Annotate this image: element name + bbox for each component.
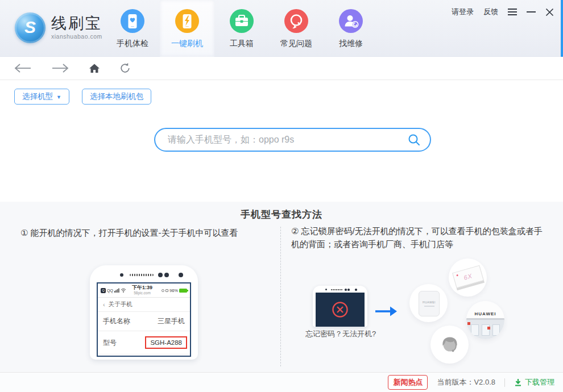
- search-input[interactable]: [155, 135, 408, 145]
- row-label: 手机名称: [103, 316, 130, 326]
- home-icon[interactable]: [89, 63, 100, 73]
- toolbox-icon: [229, 9, 254, 34]
- nav-item-faq[interactable]: 常见问题: [269, 0, 324, 57]
- about-phone-header: ‹ 关于手机: [98, 298, 190, 312]
- logo-orb-icon: S: [15, 12, 45, 43]
- model-search: [154, 128, 431, 152]
- repair-icon: [338, 9, 363, 34]
- select-local-package-label: 选择本地刷机包: [90, 91, 144, 102]
- locked-phone-illustration: [313, 286, 367, 327]
- shield-icon: [165, 289, 168, 292]
- speaker-grille: [331, 289, 342, 290]
- nav-item-one-key-flash[interactable]: 一键刷机: [160, 0, 214, 57]
- camera-dot: [325, 289, 327, 290]
- phone-box-illustration: 6X: [452, 265, 484, 289]
- qq-icon: Q: [101, 288, 106, 293]
- nav-item-phone-health[interactable]: 手机体检: [105, 0, 160, 57]
- guide-step-2: ② 忘记锁屏密码/无法开机的情况下，可以查看手机的包装盒或者手机的背面；或者咨询…: [291, 224, 546, 251]
- about-phone-illustration: Q QQ 下午1:39 58pic.com: [90, 265, 198, 360]
- download-manager-label: 下载管理: [525, 377, 554, 387]
- minimize-icon[interactable]: [527, 7, 536, 16]
- signal-icon: [114, 288, 119, 293]
- camera-dot: [179, 273, 183, 277]
- version-label: 当前版本：V2.0.8: [437, 377, 495, 387]
- store-logo-dot: [467, 322, 470, 325]
- store-sign: HUAWEI: [466, 301, 504, 318]
- search-icon[interactable]: [408, 134, 420, 146]
- refresh-icon[interactable]: [119, 62, 131, 74]
- faq-icon: [284, 9, 309, 34]
- about-phone-title: 关于手机: [109, 301, 133, 308]
- model-actions: 选择机型 ▼ 选择本地刷机包: [14, 89, 151, 105]
- news-hotspot-button[interactable]: 新闻热点: [388, 375, 428, 390]
- row-label: 型号: [103, 338, 117, 348]
- speaker-grille: [130, 274, 154, 276]
- guide-title: 手机型号查找方法: [0, 208, 563, 221]
- select-model-label: 选择机型: [22, 91, 53, 102]
- phone-back-brand: HUAWEI: [423, 301, 436, 304]
- select-local-package-button[interactable]: 选择本地刷机包: [82, 89, 152, 105]
- nav-label: 手机体检: [117, 39, 148, 49]
- phone-time: 下午1:39: [130, 285, 154, 291]
- phone-site: 58pic.com: [130, 291, 154, 295]
- box-logo-dot: [456, 274, 458, 277]
- browser-toolbar: [0, 57, 563, 80]
- sensor-dot: [158, 273, 163, 277]
- sensor-dot: [347, 289, 350, 291]
- locked-phone-caption: 忘记密码？无法开机?: [300, 329, 381, 339]
- store-circle: HUAWEI: [466, 301, 504, 339]
- phone-back-line: [424, 306, 434, 307]
- phone-name-row: 手机名称 三星手机: [98, 312, 190, 331]
- row-value: 三星手机: [158, 316, 185, 326]
- phone-flash-icon: [175, 9, 200, 34]
- caret-down-icon: ▼: [56, 94, 61, 100]
- customer-service-circle: [430, 326, 469, 364]
- bottom-statusbar: 新闻热点 当前版本：V2.0.8 下载管理: [0, 372, 563, 392]
- download-manager-button[interactable]: 下载管理: [514, 377, 554, 387]
- phone-statusbar: Q QQ 下午1:39 58pic.com: [98, 283, 190, 298]
- guide-section: 手机型号查找方法 ① 能开机的情况下，打开手机的设置-关于手机中可以查看 ② 忘…: [0, 202, 563, 372]
- menu-icon[interactable]: [508, 7, 517, 16]
- brand-name: 线刷宝: [51, 16, 102, 31]
- logo-monogram: S: [24, 18, 36, 37]
- phone-model-row: 型号 SGH-A288: [98, 331, 190, 355]
- main-nav: 手机体检 一键刷机 工具箱: [105, 0, 378, 57]
- arrow-right-icon: [374, 305, 398, 320]
- app-header: S 线刷宝 xianshuabao.com 手机体检 一键刷机: [0, 0, 563, 57]
- login-link[interactable]: 请登录: [452, 7, 474, 17]
- nav-label: 工具箱: [230, 39, 254, 49]
- brand-domain: xianshuabao.com: [51, 33, 102, 40]
- camera-dot: [355, 289, 357, 291]
- model-highlight-box: SGH-A288: [145, 336, 187, 349]
- phone-health-icon: [120, 9, 145, 34]
- phone-screen: Q QQ 下午1:39 58pic.com: [97, 282, 191, 357]
- store-window: [482, 324, 490, 336]
- battery-percent: 96%: [169, 288, 178, 293]
- statusbar-divider: [504, 378, 505, 387]
- nav-item-repair[interactable]: 找维修: [324, 0, 378, 57]
- close-icon[interactable]: [545, 7, 554, 16]
- select-model-button[interactable]: 选择机型 ▼: [14, 89, 69, 105]
- store-front: [466, 320, 504, 339]
- error-screen: [316, 293, 365, 327]
- store-window: [471, 324, 479, 336]
- forward-icon[interactable]: [51, 63, 69, 73]
- store-window: [492, 324, 500, 336]
- window-controls: 请登录 反馈: [452, 7, 554, 17]
- app-logo: S 线刷宝 xianshuabao.com: [15, 12, 102, 43]
- phone-back-circle: HUAWEI: [409, 284, 448, 322]
- box-model-label: 6X: [463, 272, 473, 281]
- qq-label: QQ: [107, 289, 113, 293]
- nav-label: 一键刷机: [171, 39, 203, 49]
- wifi-icon: [121, 288, 126, 293]
- orientation-lock-icon: [162, 289, 164, 292]
- guide-step-1: ① 能开机的情况下，打开手机的设置-关于手机中可以查看: [20, 227, 276, 240]
- sensor-dot: [164, 273, 169, 277]
- feedback-link[interactable]: 反馈: [483, 7, 498, 17]
- nav-label: 找维修: [339, 39, 363, 49]
- download-icon: [514, 378, 522, 386]
- sensor-dot: [345, 289, 347, 291]
- nav-item-toolbox[interactable]: 工具箱: [214, 0, 269, 57]
- back-icon[interactable]: [14, 63, 32, 73]
- battery-icon: [179, 289, 187, 293]
